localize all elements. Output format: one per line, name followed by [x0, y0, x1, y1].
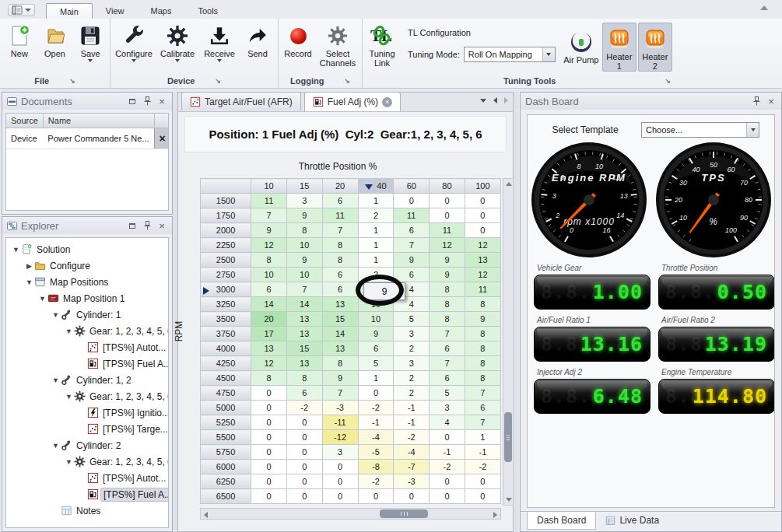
new-button[interactable]: New	[2, 20, 37, 58]
grid-cell[interactable]: -4	[358, 430, 394, 445]
grid-cell[interactable]: 7	[430, 327, 465, 341]
documents-col-source[interactable]: Source	[6, 114, 43, 128]
grid-cell[interactable]: 3	[430, 401, 465, 415]
grid-row-header-4500[interactable]: 4500	[201, 371, 251, 386]
template-select[interactable]: Choose...	[641, 122, 759, 138]
tree-item[interactable]: Notes	[9, 502, 168, 519]
ribbon-collapse-icon[interactable]	[760, 5, 768, 10]
dialog-launcher-icon[interactable]: ↘	[215, 77, 221, 85]
grid-cell[interactable]: 9	[358, 327, 394, 341]
grid-cell[interactable]: -1	[358, 415, 394, 430]
tree-expander-icon[interactable]: ▼	[51, 442, 61, 450]
scroll-up-icon[interactable]	[506, 182, 512, 186]
grid-cell[interactable]: -2	[430, 460, 465, 474]
grid-cell[interactable]: 5	[394, 312, 430, 327]
calibrate-button[interactable]: Calibrate	[156, 20, 199, 62]
grid-row-header-3750[interactable]: 3750	[201, 327, 251, 341]
grid-cell[interactable]: 2	[394, 371, 430, 386]
tuning-mode-select[interactable]: Roll On Mapping	[464, 47, 556, 62]
grid-cell[interactable]: 0	[251, 474, 287, 489]
grid-cell[interactable]: 13	[251, 341, 287, 356]
grid-cell[interactable]: 7	[286, 282, 322, 297]
pin-icon[interactable]	[751, 96, 762, 107]
grid-cell[interactable]: -1	[394, 401, 430, 415]
grid-row-header-3250[interactable]: 3250	[201, 297, 251, 312]
tree-item[interactable]: ▼Gear: 1, 2, 3, 4, 5, 6	[9, 323, 168, 339]
grid-cell[interactable]: 6	[322, 282, 358, 297]
grid-cell[interactable]: 3	[322, 445, 358, 460]
grid-cell[interactable]: 2	[394, 341, 430, 356]
grid-cell[interactable]: 0	[465, 474, 500, 489]
grid-cell[interactable]: 8	[430, 282, 465, 297]
grid-cell[interactable]: 0	[286, 415, 322, 430]
grid-cell[interactable]: 0	[286, 489, 322, 504]
grid-cell[interactable]: 8	[286, 371, 322, 386]
grid-cell[interactable]: 0	[430, 489, 465, 504]
grid-row-header-1750[interactable]: 1750	[201, 208, 251, 223]
grid-cell[interactable]: 0	[394, 194, 430, 208]
grid-col-header-80[interactable]: 80	[430, 179, 465, 194]
grid-row-header-5250[interactable]: 5250	[201, 415, 251, 430]
grid-cell[interactable]: 5	[358, 356, 394, 371]
grid-cell[interactable]: 15	[322, 312, 358, 327]
grid-cell[interactable]: 0	[286, 445, 322, 460]
grid-cell[interactable]: 0	[286, 474, 322, 489]
grid-cell[interactable]: 11	[430, 223, 465, 238]
heater2-button[interactable]: Heater 2	[638, 23, 672, 72]
editor-tab[interactable]: Fuel Adj (%)×	[304, 92, 401, 111]
receive-button[interactable]: Receive	[199, 20, 240, 62]
grid-cell[interactable]: 7	[465, 386, 500, 401]
grid-cell[interactable]: 0	[322, 474, 358, 489]
grid-cell[interactable]: 6	[430, 341, 465, 356]
tuning-link-button[interactable]: TL Tuning Link	[364, 20, 400, 68]
scroll-tabs-right-icon[interactable]	[504, 97, 508, 103]
receive-dropdown-icon[interactable]	[217, 59, 222, 62]
grid-row-header-4250[interactable]: 4250	[201, 356, 251, 371]
grid-row-header-6000[interactable]: 6000	[201, 460, 251, 474]
grid-cell[interactable]: 14	[251, 297, 287, 312]
tree-item[interactable]: ▼Map Position 1	[9, 290, 168, 306]
grid-cell[interactable]: 8	[430, 297, 465, 312]
grid-col-header-40[interactable]: 40	[358, 179, 394, 194]
grid-cell[interactable]: 1	[358, 238, 394, 253]
tree-expander-icon[interactable]: ▼	[51, 311, 61, 319]
grid-cell[interactable]: 8	[322, 238, 358, 253]
grid-cell[interactable]: 15	[286, 341, 322, 356]
grid-cell[interactable]: 13	[286, 356, 322, 371]
grid-cell[interactable]: -11	[322, 415, 358, 430]
tree-expander-icon[interactable]: ▼	[11, 246, 21, 254]
grid-cell[interactable]: 8	[465, 297, 500, 312]
grid-cell[interactable]: 9	[251, 223, 287, 238]
grid-cell[interactable]: 2	[394, 386, 430, 401]
grid-cell[interactable]: 7	[394, 238, 430, 253]
documents-col-name[interactable]: Name	[43, 114, 154, 128]
grid-cell[interactable]: 3	[394, 356, 430, 371]
tab-close-icon[interactable]: ×	[382, 97, 392, 107]
ribbon-tab-view[interactable]: View	[93, 3, 138, 19]
grid-col-header-100[interactable]: 100	[465, 179, 500, 194]
grid-cell[interactable]: 0	[251, 430, 287, 445]
tree-item[interactable]: [TPS%] Fuel A...	[9, 486, 168, 502]
grid-col-header-60[interactable]: 60	[394, 179, 430, 194]
tree-item[interactable]: ▼Map Positions	[9, 274, 168, 290]
grid-cell[interactable]: 11	[251, 194, 287, 208]
grid-row-header-2000[interactable]: 2000	[201, 223, 251, 238]
grid-cell[interactable]: 11	[394, 208, 430, 223]
tree-expander-icon[interactable]: ▼	[51, 376, 61, 384]
calibrate-dropdown-icon[interactable]	[175, 59, 180, 62]
grid-cell[interactable]: 12	[430, 238, 465, 253]
tree-expander-icon[interactable]: ▶	[24, 262, 34, 270]
grid-cell[interactable]: 6	[394, 268, 430, 282]
grid-cell[interactable]: 13	[322, 297, 358, 312]
tree-item[interactable]: [TPS%] Autot...	[9, 470, 168, 486]
grid-cell[interactable]: -12	[322, 430, 358, 445]
pin-icon[interactable]	[142, 220, 153, 231]
vertical-scrollbar[interactable]	[503, 178, 514, 506]
grid-cell[interactable]: 0	[465, 223, 500, 238]
tree-item[interactable]: [TPS%] Ignitio...	[9, 404, 168, 421]
save-dropdown-icon[interactable]	[88, 59, 93, 62]
grid-cell[interactable]: 9	[286, 208, 322, 223]
grid-cell[interactable]: -4	[394, 445, 430, 460]
document-row[interactable]: DevicePower Commander 5 Ne...×	[6, 128, 169, 149]
grid-cell[interactable]: -3	[394, 474, 430, 489]
